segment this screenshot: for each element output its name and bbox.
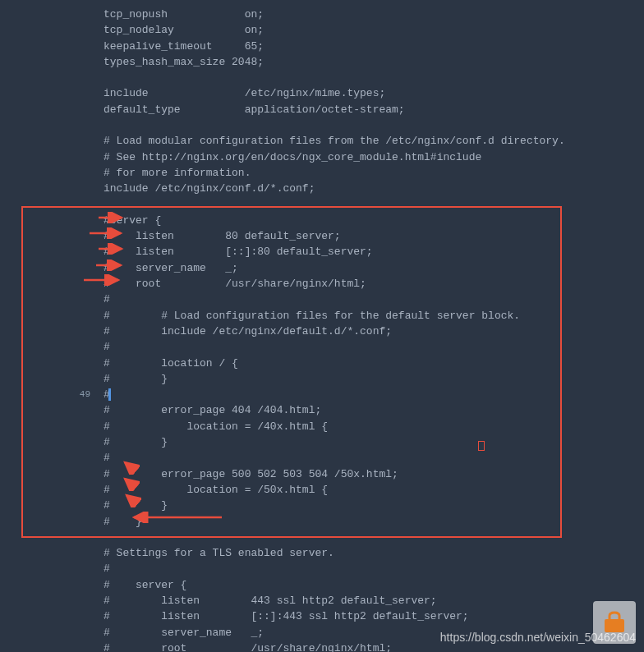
line-number [0,593,90,608]
code-line: # include /etc/nginx/default.d/*.conf; [104,324,644,339]
code-line: # See http://nginx.org/en/docs/ngx_core_… [104,149,644,165]
code-line: #server { [104,213,644,228]
line-number [0,102,90,117]
code-line [104,117,644,133]
code-line: tcp_nodelay on; [104,22,644,38]
code-line: # # Load configuration files for the def… [104,308,644,324]
code-line: types_hash_max_size 2048; [104,54,644,70]
code-line: include /etc/nginx/mime.types; [104,85,644,101]
code-line: # error_page 404 /404.html; [104,402,644,418]
line-number [0,530,90,545]
line-number [0,339,90,355]
code-line: # root /usr/share/nginx/html; [104,276,644,292]
code-line: # listen 443 ssl http2 default_server; [104,593,644,608]
line-number [0,149,90,165]
code-line: # } [104,514,644,530]
line-number [0,434,90,450]
line-number [0,545,90,561]
line-number [0,419,90,434]
line-number [0,22,90,38]
line-number [0,498,90,513]
line-number [0,39,90,54]
code-line: # listen [::]:80 default_server; [104,244,644,259]
code-line: # Load modular configuration files from … [104,133,644,149]
line-number [0,54,90,70]
code-line: # listen [::]:443 ssl http2 default_serv… [104,608,644,624]
line-number [0,308,90,324]
line-number [0,466,90,482]
code-line: default_type application/octet-stream; [104,102,644,117]
line-number [0,450,90,466]
code-line: # Settings for a TLS enabled server. [104,545,644,561]
code-line [104,70,644,85]
line-number-gutter: 49 [0,7,97,652]
code-line: # } [104,371,644,387]
line-number [0,324,90,339]
line-number [0,165,90,181]
code-line: # location / { [104,356,644,371]
line-number [0,356,90,371]
code-line [104,197,644,213]
code-line: # } [104,434,644,450]
code-line: # server { [104,577,644,593]
line-number [0,260,90,276]
line-number [0,244,90,259]
line-number [0,70,90,85]
line-number [0,213,90,228]
line-number [0,276,90,292]
code-line: # [104,387,644,402]
line-number [0,117,90,133]
line-number [0,514,90,530]
line-number [0,641,90,652]
line-number: 49 [0,387,90,402]
code-line: keepalive_timeout 65; [104,39,644,54]
code-line: tcp_nopush on; [104,7,644,22]
line-number [0,371,90,387]
code-line [104,530,644,545]
code-line: # error_page 500 502 503 504 /50x.html; [104,466,644,482]
line-number [0,228,90,244]
line-number [0,482,90,498]
line-number [0,85,90,101]
code-line: # [104,292,644,307]
watermark-text: https://blog.csdn.net/weixin_50462604 [440,631,636,644]
code-line: # } [104,498,644,513]
line-number [0,133,90,149]
line-number [0,7,90,22]
code-line: # for more information. [104,165,644,181]
code-line: # [104,561,644,576]
code-editor: 49 tcp_nopush on;tcp_nodelay on;keepaliv… [0,0,644,652]
line-number [0,577,90,593]
code-line: # location = /40x.html { [104,419,644,434]
text-cursor [108,388,111,401]
code-content[interactable]: tcp_nopush on;tcp_nodelay on;keepalive_t… [97,7,644,652]
code-line: # listen 80 default_server; [104,228,644,244]
line-number [0,181,90,196]
code-line: # location = /50x.html { [104,482,644,498]
code-line: # [104,339,644,355]
line-number [0,625,90,641]
code-line: include /etc/nginx/conf.d/*.conf; [104,181,644,196]
line-number [0,402,90,418]
code-line: # [104,450,644,466]
code-line: # server_name _; [104,260,644,276]
line-number [0,561,90,576]
line-number [0,197,90,213]
line-number [0,292,90,307]
line-number [0,608,90,624]
